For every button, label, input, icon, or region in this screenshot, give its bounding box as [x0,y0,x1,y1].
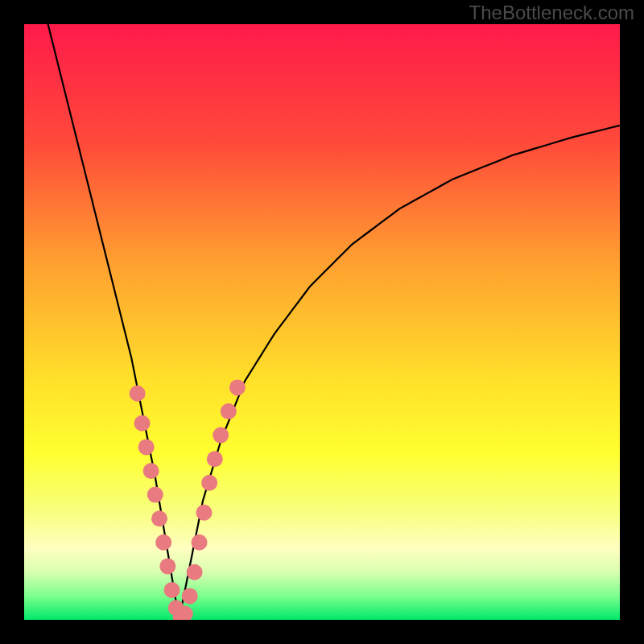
data-marker [164,582,180,598]
data-marker [138,439,155,455]
data-marker [192,535,208,551]
watermark-text: TheBottleneck.com [469,2,634,24]
data-marker [143,463,159,479]
chart-frame: TheBottleneck.com [0,0,644,644]
data-marker [201,475,217,491]
data-marker [229,379,246,395]
gradient-background [24,24,620,620]
plot-area [24,24,620,620]
data-marker [182,588,198,604]
data-marker [187,564,203,580]
data-marker [196,505,212,521]
data-marker [151,510,167,526]
data-marker [207,451,223,467]
data-marker [155,535,171,551]
data-marker [147,487,163,503]
data-marker [130,386,146,402]
data-marker [134,415,151,431]
data-marker [159,558,175,574]
chart-svg [24,24,620,620]
data-marker [213,427,229,444]
data-marker [221,403,237,419]
